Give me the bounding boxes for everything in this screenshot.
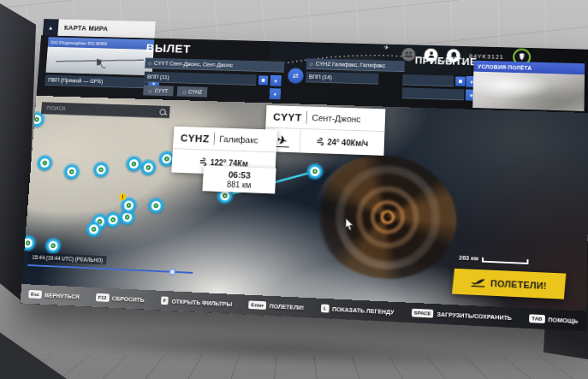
departure-runway-chevron[interactable]: ▾ [270, 75, 281, 86]
arrival-runway-value: ВПП (14) [309, 74, 332, 80]
search-icon[interactable] [159, 109, 166, 115]
arrival-runway-select[interactable]: ВПП (14) [306, 72, 379, 85]
wind-icon [199, 157, 208, 165]
tag-cyhz[interactable]: ◇ CYHZ [177, 86, 208, 98]
notifications-icon[interactable] [447, 49, 460, 62]
cyyt-wind-value: 24° 40Км/ч [327, 138, 368, 148]
departure-title: ВЫЛЕТ [146, 41, 191, 55]
shortcut-fly[interactable]: Enter ПОЛЕТЕЛИ! [248, 301, 304, 311]
arrival-option-clear-button[interactable] [455, 76, 466, 86]
keycap: TAB [529, 315, 544, 323]
profile-icon[interactable] [424, 48, 437, 62]
person-glyph [427, 50, 436, 58]
weather-preview[interactable] [472, 72, 585, 111]
card-divider [214, 133, 216, 145]
cyyt-wind-cell: 24° 40Км/ч [299, 129, 384, 156]
airport-diamond-icon: ◇ [148, 60, 152, 65]
flight-rules-select[interactable]: ПВП (Прямой — GPS) [45, 74, 159, 88]
mouse-cursor [344, 217, 354, 234]
tag-diamond-icon: ◇ [182, 89, 187, 94]
departure-runway-select[interactable]: ВПП (11) [144, 72, 257, 86]
keycap: Esc [28, 290, 42, 299]
shortcut-legend[interactable]: L ПОКАЗАТЬ ЛЕГЕНДУ [321, 305, 395, 316]
cyyt-name: Сент-Джонс [312, 113, 360, 124]
world-map[interactable]: ! ! CYYT Сент-Джонс [21, 96, 588, 311]
shortcut-filters[interactable]: F ОТКРЫТЬ ФИЛЬТРЫ [161, 297, 233, 308]
plane-glyph: ✈ [276, 133, 288, 146]
shortcut-label: ВЕРНУТЬСЯ [45, 291, 80, 299]
departure-runway-value: ВПП (11) [147, 74, 169, 80]
swap-airports-button[interactable]: ⇄ [288, 68, 304, 84]
departure-airport-field[interactable]: ◇ CYYT Сент-Джонс, Сент-Джонс [145, 58, 284, 73]
route-distance: 881 км [211, 180, 268, 191]
departure-airport-value: CYYT Сент-Джонс, Сент-Джонс [154, 60, 234, 68]
tag-cyyt[interactable]: ◇ CYYT [143, 86, 174, 97]
arrival-option-select-2[interactable] [402, 87, 465, 100]
shortcut-label: СБРОСИТЬ [112, 294, 145, 303]
shortcut-label: ПОМОЩЬ [548, 316, 578, 325]
keycap: Enter [248, 301, 266, 310]
tag-cyhz-label: CYHZ [188, 89, 202, 95]
search-input[interactable] [45, 104, 160, 115]
bell-glyph [449, 51, 458, 59]
flight-rules-value: ПВП (Прямой — GPS) [48, 77, 103, 84]
tag-cyyt-label: CYYT [154, 88, 168, 94]
multiplayer-icon[interactable] [401, 47, 415, 61]
glider-silhouette [45, 47, 153, 76]
takeoff-plane-icon [471, 276, 486, 287]
cyhz-code: CYHZ [180, 132, 209, 145]
arrival-airport-value: CYHZ Галифакс, Галифакс [316, 61, 386, 68]
shortcut-load-save[interactable]: SPACE ЗАГРУЗИТЬ/СОХРАНИТЬ [412, 309, 512, 322]
arrival-option-select-1[interactable] [402, 74, 454, 87]
cyyt-info-card[interactable]: CYYT Сент-Джонс ✈ 24° 40Км/ч [264, 105, 386, 156]
shortcut-back[interactable]: Esc ВЕРНУТЬСЯ [28, 290, 80, 300]
keycap: F12 [96, 293, 110, 302]
shortcut-label: ПОКАЗАТЬ ЛЕГЕНДУ [332, 305, 395, 316]
group-glyph [404, 50, 413, 57]
departure-extra-chevron[interactable]: ▾ [270, 88, 281, 99]
world-map-main: ✈ DG Flugzeugbau DG-808S ПВП (Прямой — G… [21, 35, 588, 331]
wind-icon [316, 138, 324, 146]
waypoint-tags: ◇ CYYT ◇ CYHZ [143, 86, 208, 98]
keycap: L [321, 305, 330, 313]
cyhz-name: Галифакс [219, 134, 258, 145]
airport-diamond-icon: ◇ [310, 61, 314, 66]
shortcut-reset[interactable]: F12 СБРОСИТЬ [96, 293, 145, 304]
world-map-panel: ▲ КАРТА МИРА ✈ DG Flugzeugbau DG-808S [21, 19, 588, 331]
card-divider [306, 111, 308, 124]
shortcut-help[interactable]: TAB ПОМОЩЬ [529, 315, 578, 325]
home-icon[interactable]: ▲ [43, 19, 59, 36]
departure-runway-clear-button[interactable] [258, 75, 269, 85]
cyyt-code: CYYT [273, 110, 302, 123]
shortcut-label: ЗАГРУЗИТЬ/СОХРАНИТЬ [437, 311, 512, 322]
warning-badge: ! [119, 193, 127, 201]
cyyt-card-body: ✈ 24° 40Км/ч [264, 127, 385, 155]
avatar-emblem [518, 53, 526, 62]
keycap: SPACE [412, 309, 434, 317]
keycap: F [161, 297, 169, 305]
route-summary-card: 06:53 881 км [202, 166, 276, 194]
fly-button-label: ПОЛЕТЕЛИ! [490, 278, 547, 291]
shortcut-label: ОТКРЫТЬ ФИЛЬТРЫ [171, 298, 232, 308]
tag-diamond-icon: ◇ [149, 88, 153, 93]
tail-number: 84YK3121 [469, 52, 504, 60]
time-label: 15:44 (19:44 UTC) (РЕАЛЬНО) [28, 252, 107, 264]
map-scale-label: 263 км [459, 254, 478, 263]
shortcut-label: ПОЛЕТЕЛИ! [270, 302, 305, 311]
aircraft-thumbnail[interactable] [45, 47, 153, 76]
fly-button[interactable]: ПОЛЕТЕЛИ! [452, 269, 566, 299]
